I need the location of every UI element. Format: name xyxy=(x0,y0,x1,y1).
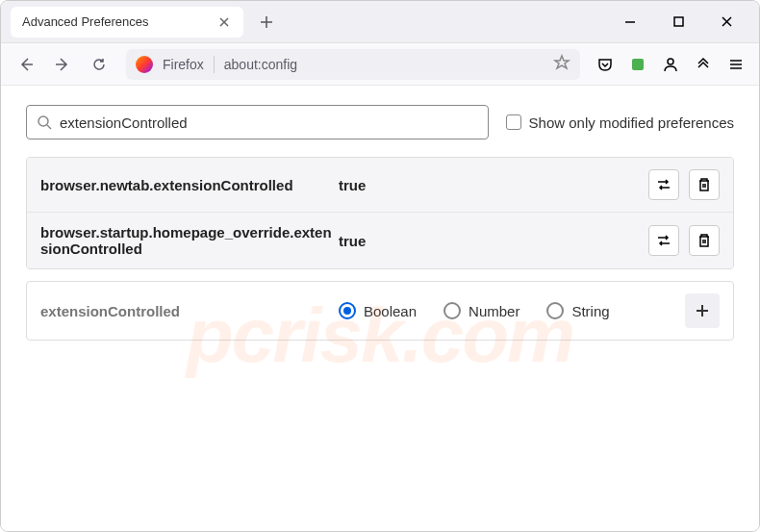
browser-window: Advanced Preferences Firefox about:confi… xyxy=(0,0,760,532)
overflow-button[interactable] xyxy=(690,51,717,78)
close-icon xyxy=(218,16,230,28)
radio-dot xyxy=(343,307,351,315)
search-box[interactable] xyxy=(26,105,489,139)
svg-rect-1 xyxy=(632,59,644,70)
add-preference-button[interactable] xyxy=(685,293,720,328)
preference-actions xyxy=(648,225,720,256)
new-tab-button[interactable] xyxy=(251,7,282,38)
preference-actions xyxy=(648,169,720,200)
reload-icon xyxy=(91,57,107,72)
toolbar: Firefox about:config xyxy=(1,43,759,86)
titlebar: Advanced Preferences xyxy=(1,1,759,43)
delete-button[interactable] xyxy=(689,225,720,256)
type-radio-group: Boolean Number String xyxy=(339,302,685,319)
radio-label: Number xyxy=(469,303,519,319)
radio-string[interactable]: String xyxy=(546,302,609,319)
chevron-double-icon xyxy=(695,56,712,73)
pocket-button[interactable] xyxy=(592,51,619,78)
modified-only-checkbox-row[interactable]: Show only modified preferences xyxy=(506,114,734,131)
delete-button[interactable] xyxy=(689,169,720,200)
toggle-button[interactable] xyxy=(648,169,679,200)
search-icon xyxy=(37,114,52,130)
close-icon xyxy=(721,15,733,28)
tab-close-button[interactable] xyxy=(216,14,232,30)
svg-rect-0 xyxy=(674,17,683,26)
account-button[interactable] xyxy=(657,51,684,78)
maximize-button[interactable] xyxy=(663,7,694,38)
trash-icon xyxy=(697,233,712,248)
menu-button[interactable] xyxy=(722,51,749,78)
checkbox[interactable] xyxy=(506,114,521,130)
radio-boolean[interactable]: Boolean xyxy=(339,302,417,319)
hamburger-icon xyxy=(728,57,744,72)
address-bar[interactable]: Firefox about:config xyxy=(126,49,580,80)
extension-button[interactable] xyxy=(624,51,651,78)
extension-icon xyxy=(630,57,646,72)
star-icon xyxy=(553,54,570,71)
preference-name: browser.startup.homepage_override.extens… xyxy=(40,224,339,257)
arrow-left-icon xyxy=(17,56,35,73)
svg-point-3 xyxy=(38,116,48,126)
radio-circle xyxy=(443,302,461,319)
search-row: Show only modified preferences xyxy=(26,105,734,139)
preferences-list: browser.newtab.extensionControlled true … xyxy=(26,157,734,269)
plus-icon xyxy=(695,303,710,318)
toggle-button[interactable] xyxy=(648,225,679,256)
back-button[interactable] xyxy=(11,49,41,80)
radio-circle xyxy=(546,302,564,319)
close-window-button[interactable] xyxy=(711,7,742,38)
firefox-logo-icon xyxy=(136,56,153,73)
new-preference-name: extensionControlled xyxy=(40,303,339,319)
preference-value: true xyxy=(339,177,648,193)
preference-row: browser.newtab.extensionControlled true xyxy=(27,158,733,213)
divider xyxy=(214,56,215,73)
new-preference-row: extensionControlled Boolean Number Strin… xyxy=(26,281,734,341)
arrow-right-icon xyxy=(54,56,71,73)
content-area: pcrisk.com Show only modified preference… xyxy=(1,86,759,531)
toggle-icon xyxy=(655,176,672,193)
preference-value: true xyxy=(339,233,648,249)
minimize-icon xyxy=(624,16,636,28)
brand-label: Firefox xyxy=(163,57,204,72)
search-input[interactable] xyxy=(60,114,478,131)
preference-name: browser.newtab.extensionControlled xyxy=(40,177,339,193)
trash-icon xyxy=(697,177,712,192)
tab-active[interactable]: Advanced Preferences xyxy=(11,7,243,38)
radio-label: String xyxy=(571,303,609,319)
maximize-icon xyxy=(673,16,684,27)
account-icon xyxy=(662,56,679,73)
reload-button[interactable] xyxy=(84,49,114,80)
pocket-icon xyxy=(596,56,614,73)
toggle-icon xyxy=(655,232,672,249)
radio-circle xyxy=(339,302,356,319)
forward-button[interactable] xyxy=(47,49,78,80)
checkbox-label: Show only modified preferences xyxy=(529,114,734,131)
svg-point-2 xyxy=(668,59,673,64)
bookmark-button[interactable] xyxy=(553,54,570,75)
url-text: about:config xyxy=(224,57,544,72)
preference-row: browser.startup.homepage_override.extens… xyxy=(27,213,733,268)
tab-title: Advanced Preferences xyxy=(22,14,149,29)
radio-number[interactable]: Number xyxy=(443,302,519,319)
window-controls xyxy=(615,7,753,38)
plus-icon xyxy=(260,15,273,29)
radio-label: Boolean xyxy=(364,303,417,319)
minimize-button[interactable] xyxy=(615,7,646,38)
